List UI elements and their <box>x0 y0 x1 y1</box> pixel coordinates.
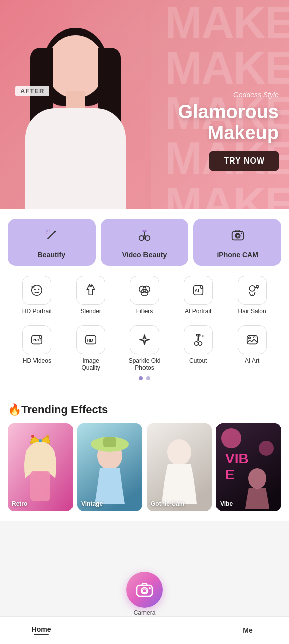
top-features-row: Beautify Video Beauty <box>8 219 281 266</box>
svg-text:AI: AI <box>253 335 256 338</box>
banner: MAKEMAKEMAKEMAKEMAKE AFTER Goddess Style… <box>0 0 289 209</box>
iphone-cam-label: iPhone CAM <box>216 251 258 259</box>
trending-card-vintage[interactable]: Vintage <box>77 423 142 511</box>
svg-line-9 <box>144 235 146 237</box>
camera-iphone-icon <box>230 228 245 247</box>
feature-ai-portrait[interactable]: AI AI Portrait <box>176 276 221 315</box>
dot-2 <box>146 376 150 380</box>
retro-label: Retro <box>12 500 27 507</box>
trending-title: 🔥Trending Effects <box>8 403 281 416</box>
feature-ai-art[interactable]: AI AI Art <box>230 325 275 371</box>
feature-iphone-cam[interactable]: iPhone CAM <box>193 219 281 266</box>
pro-icon: PRO <box>22 325 51 354</box>
sparkle-icon <box>130 325 159 354</box>
nav-home-underline <box>34 634 49 636</box>
feature-filters[interactable]: Filters <box>122 276 167 315</box>
svg-rect-64 <box>137 585 152 596</box>
beautify-label: Beautify <box>38 251 65 259</box>
svg-point-16 <box>241 233 242 234</box>
wand-icon <box>44 228 59 247</box>
video-beauty-label: Video Beauty <box>122 251 167 259</box>
hd-portrait-label: HD Portrait <box>22 308 52 315</box>
svg-point-44 <box>248 337 250 339</box>
filters-label: Filters <box>136 308 153 315</box>
svg-point-20 <box>32 286 33 288</box>
vibe-label: Vibe <box>220 500 233 507</box>
nav-me-label: Me <box>243 626 252 634</box>
svg-line-0 <box>48 233 53 239</box>
svg-point-19 <box>38 289 40 290</box>
svg-text:HD: HD <box>87 338 94 343</box>
camera-fab-button[interactable] <box>126 572 163 608</box>
svg-point-21 <box>90 284 92 286</box>
svg-text:VIB: VIB <box>225 451 249 466</box>
feature-hd-videos[interactable]: PRO HD Videos <box>14 325 59 371</box>
image-quality-label: Image Quality <box>73 357 108 371</box>
svg-rect-51 <box>30 471 50 501</box>
small-features-row2: PRO HD Videos HD Image Quality Sparkl <box>8 325 281 371</box>
svg-point-57 <box>167 439 191 465</box>
hair-salon-label: Hair Salon <box>238 308 266 315</box>
svg-point-48 <box>39 439 42 442</box>
feature-image-quality[interactable]: HD Image Quality <box>68 325 113 371</box>
vintage-label: Vintage <box>81 500 103 507</box>
scissors-icon <box>137 228 152 247</box>
svg-point-49 <box>46 435 49 438</box>
ai-face-icon: AI <box>184 276 213 305</box>
svg-point-63 <box>248 468 266 489</box>
svg-point-36 <box>198 342 202 345</box>
dress-icon <box>76 276 105 305</box>
svg-point-66 <box>143 589 147 593</box>
svg-point-29 <box>256 285 258 288</box>
trending-card-vibe[interactable]: VIB E Vibe <box>216 423 281 511</box>
camera-fab-label: Camera <box>134 609 156 616</box>
bottom-nav: Home Me <box>0 616 289 644</box>
nav-home-label: Home <box>32 625 51 633</box>
hd-videos-label: HD Videos <box>23 357 51 364</box>
trending-grid: Retro <box>8 423 281 516</box>
svg-point-42 <box>202 335 204 337</box>
svg-point-59 <box>221 428 241 448</box>
feature-beautify[interactable]: Beautify <box>8 219 96 266</box>
cutout-icon <box>184 325 213 354</box>
banner-cta-button[interactable]: TRY NOW <box>209 151 279 171</box>
retro-bg <box>8 423 73 511</box>
svg-point-47 <box>31 435 34 438</box>
banner-text-area: Goddess Style Glamorous Makeup TRY NOW <box>178 91 279 171</box>
svg-point-4 <box>49 230 50 231</box>
nav-me[interactable]: Me <box>206 626 289 634</box>
feature-sparkle-old-photos[interactable]: Sparkle Old Photos <box>122 325 167 371</box>
trending-card-gothic-cam[interactable]: Gothic Cam <box>147 423 212 511</box>
gothic-cam-label: Gothic Cam <box>151 500 184 507</box>
svg-point-11 <box>142 230 144 232</box>
banner-goddess-style: Goddess Style <box>178 91 279 99</box>
trending-section: 🔥Trending Effects <box>0 395 289 521</box>
svg-point-15 <box>236 234 239 237</box>
nav-home[interactable]: Home <box>0 625 83 636</box>
ai-art-label: AI Art <box>245 357 259 364</box>
feature-hd-portrait[interactable]: HD Portrait <box>14 276 59 315</box>
hair-icon <box>238 276 267 305</box>
banner-person-illustration <box>0 8 151 209</box>
trending-card-retro[interactable]: Retro <box>8 423 73 511</box>
banner-title: Glamorous Makeup <box>178 102 279 144</box>
svg-rect-55 <box>103 437 116 447</box>
feature-video-beauty[interactable]: Video Beauty <box>101 219 189 266</box>
svg-point-3 <box>46 230 48 232</box>
hd-icon: HD <box>76 325 105 354</box>
feature-cutout[interactable]: Cutout <box>176 325 221 371</box>
svg-point-12 <box>144 230 147 232</box>
slender-label: Slender <box>81 308 101 315</box>
svg-point-41 <box>198 334 200 336</box>
feature-slender[interactable]: Slender <box>68 276 113 315</box>
vintage-bg <box>77 423 142 511</box>
svg-point-60 <box>259 441 274 456</box>
circles-icon <box>130 276 159 305</box>
feature-hair-salon[interactable]: Hair Salon <box>230 276 275 315</box>
cutout-label: Cutout <box>189 357 207 364</box>
svg-point-2 <box>54 231 56 233</box>
svg-point-18 <box>34 289 36 290</box>
svg-point-67 <box>149 587 151 589</box>
page-dots <box>8 376 281 380</box>
svg-point-28 <box>249 286 255 291</box>
